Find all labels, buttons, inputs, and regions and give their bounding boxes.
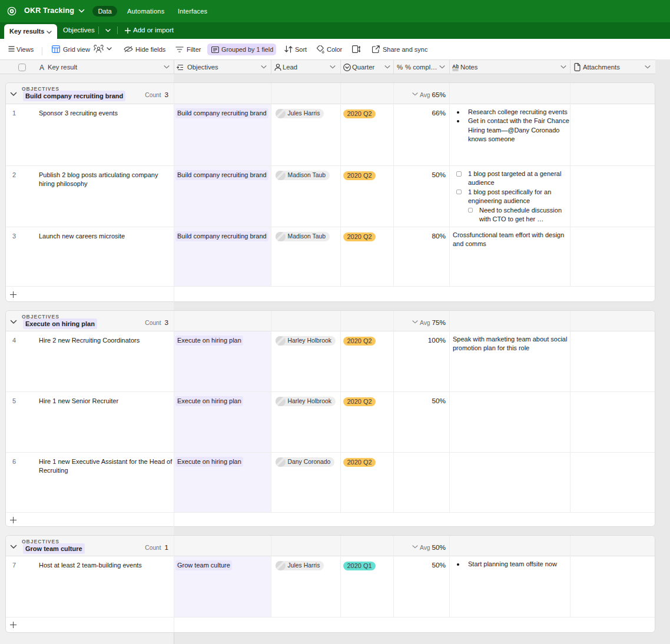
- svg-text:Ab: Ab: [452, 64, 459, 69]
